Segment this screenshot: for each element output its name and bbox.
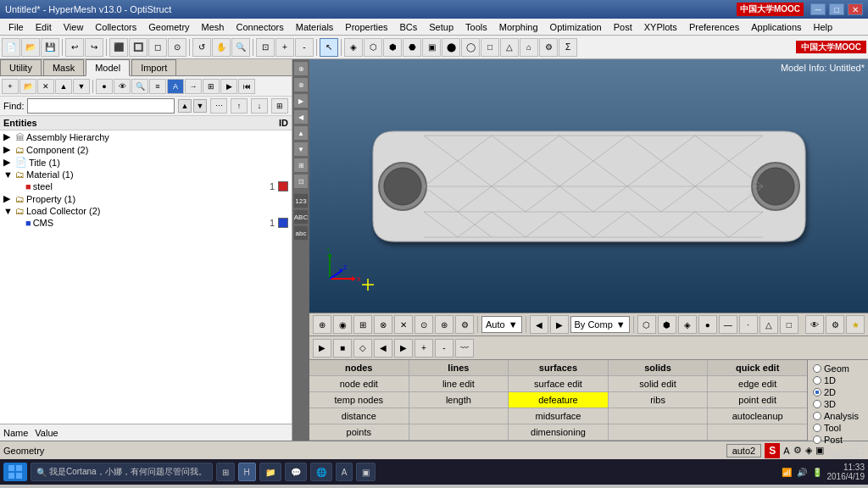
menu-geometry[interactable]: Geometry (143, 21, 194, 33)
rotate-btn[interactable]: ↺ (192, 38, 211, 57)
ops-edgeedit[interactable]: edge edit (708, 376, 807, 391)
undo-btn[interactable]: ↩ (65, 38, 84, 57)
stb-open[interactable]: 📂 (19, 79, 36, 94)
start-button[interactable] (3, 463, 27, 481)
bt1-btn1[interactable]: ⊕ (313, 315, 331, 334)
vp-strip-btn8[interactable]: ⊡ (293, 174, 309, 189)
bt1-circle[interactable]: ● (698, 315, 717, 334)
expand-assembly[interactable]: ▶ (3, 131, 14, 142)
stb-right[interactable]: ▶ (220, 79, 237, 94)
menu-preferences[interactable]: Preferences (684, 21, 744, 33)
menu-morphing[interactable]: Morphing (494, 21, 543, 33)
bt1-dot[interactable]: · (739, 315, 758, 334)
bt1-btn7[interactable]: ⊛ (435, 315, 453, 334)
bt1-btn5[interactable]: ✕ (394, 315, 413, 334)
ops-nodeedit[interactable]: node edit (309, 376, 409, 391)
taskbar-app-a[interactable]: A (336, 463, 353, 481)
radio-3d[interactable]: 3D (813, 399, 863, 409)
tree-item-property[interactable]: ▶ 🗂 Property (1) (0, 192, 292, 205)
ops-lineedit[interactable]: line edit (409, 376, 509, 391)
radio-tool[interactable]: Tool (813, 423, 863, 433)
tb-misc4[interactable]: ⬣ (403, 38, 421, 57)
fit-btn[interactable]: ⊡ (256, 38, 275, 57)
radio-2d[interactable]: 2D (813, 387, 863, 397)
menu-xyplots[interactable]: XYPlots (639, 21, 682, 33)
bt1-eye2[interactable]: 👁 (805, 315, 824, 334)
tree-item-assembly[interactable]: ▶ 🏛 Assembly Hierarchy (0, 130, 292, 143)
open-btn[interactable]: 📂 (21, 38, 40, 57)
menu-materials[interactable]: Materials (291, 21, 339, 33)
taskbar-msg[interactable]: 💬 (285, 463, 307, 481)
bt1-btn6[interactable]: ⊙ (415, 315, 433, 334)
stb-arrow[interactable]: → (185, 79, 202, 94)
zoomin-btn[interactable]: + (275, 38, 294, 57)
tb-misc8[interactable]: □ (481, 38, 499, 57)
vp-strip-btn11[interactable]: abc (293, 225, 309, 241)
menu-properties[interactable]: Properties (340, 21, 392, 33)
stb-filter[interactable]: ≡ (149, 79, 166, 94)
cursor-btn[interactable]: ↖ (320, 38, 338, 57)
menu-file[interactable]: File (3, 21, 29, 33)
bt1-hex2[interactable]: ⬢ (658, 315, 676, 334)
ops-pointedit[interactable]: point edit (708, 392, 807, 408)
menu-post[interactable]: Post (609, 21, 637, 33)
menu-collectors[interactable]: Collectors (90, 21, 142, 33)
vp-strip-btn10[interactable]: ABC (293, 209, 309, 225)
view-btn3[interactable]: ◻ (148, 38, 167, 57)
close-button[interactable]: ✕ (848, 3, 863, 15)
view-btn4[interactable]: ⊙ (168, 38, 186, 57)
tab-mask[interactable]: Mask (43, 59, 84, 75)
menu-applications[interactable]: Applications (746, 21, 806, 33)
bycomp-dropdown[interactable]: By Comp ▼ (570, 316, 630, 333)
stb-misc[interactable]: ⊞ (203, 79, 220, 94)
bt2-node[interactable]: ◇ (353, 339, 372, 358)
scene-3d[interactable]: Model Info: Untitled* (309, 59, 868, 313)
bt1-btn4[interactable]: ⊗ (374, 315, 392, 334)
ops-solidedit[interactable]: solid edit (609, 376, 709, 391)
new-btn[interactable]: 📄 (2, 38, 20, 57)
ops-surfaceedit[interactable]: surface edit (509, 376, 609, 391)
tb-misc3[interactable]: ⬢ (383, 38, 402, 57)
bt2-plus[interactable]: + (415, 339, 433, 358)
tree-item-cms[interactable]: ■ CMS 1 (10, 217, 292, 229)
vp-strip-btn6[interactable]: ▼ (293, 141, 309, 157)
vp-strip-btn2[interactable]: ⊗ (293, 77, 309, 92)
stb-eye[interactable]: 👁 (114, 79, 131, 94)
find-more[interactable]: ⋯ (210, 98, 227, 114)
stb-delete[interactable]: ✕ (37, 79, 54, 94)
ops-defeature[interactable]: defeature (509, 392, 609, 408)
stb-end[interactable]: ⏮ (238, 79, 255, 94)
taskbar-app-box[interactable]: ▣ (356, 463, 376, 481)
menu-connectors[interactable]: Connectors (231, 21, 288, 33)
ops-length[interactable]: length (409, 392, 509, 408)
tb-misc10[interactable]: ⌂ (520, 38, 538, 57)
tb-misc11[interactable]: ⚙ (539, 38, 558, 57)
tree-item-component[interactable]: ▶ 🗂 Component (2) (0, 143, 292, 156)
vp-strip-btn7[interactable]: ⊞ (293, 158, 309, 173)
ops-tempnodes[interactable]: temp nodes (309, 392, 409, 408)
menu-edit[interactable]: Edit (31, 21, 57, 33)
pan-btn[interactable]: ✋ (212, 38, 231, 57)
bt1-arrow-r[interactable]: ▶ (550, 315, 569, 334)
tree-item-material[interactable]: ▼ 🗂 Material (1) (0, 169, 292, 180)
expand-material[interactable]: ▼ (3, 169, 14, 180)
expand-title[interactable]: ▶ (3, 157, 14, 168)
radio-post[interactable]: Post (813, 435, 863, 445)
tb-misc5[interactable]: ▣ (422, 38, 441, 57)
auto-dropdown[interactable]: Auto ▼ (481, 316, 522, 333)
vp-strip-btn1[interactable]: ⊕ (293, 61, 309, 76)
bt2-wave[interactable]: 〰 (455, 339, 474, 358)
find-up[interactable]: ↑ (231, 98, 248, 114)
tb-misc7[interactable]: ◯ (461, 38, 480, 57)
tree-item-steel[interactable]: ■ steel 1 (10, 180, 292, 192)
ops-midsurface[interactable]: midsurface (509, 408, 609, 424)
find-prev[interactable]: ▲ (178, 99, 192, 113)
stb-down[interactable]: ▼ (73, 79, 90, 94)
taskbar-browser[interactable]: 🌐 (310, 463, 332, 481)
menu-help[interactable]: Help (809, 21, 838, 33)
taskbar-view[interactable]: ⊞ (216, 463, 235, 481)
tab-model[interactable]: Model (86, 59, 130, 76)
bt1-btn2[interactable]: ◉ (333, 315, 352, 334)
taskbar-hypermesh[interactable]: H (238, 463, 256, 481)
find-down[interactable]: ↓ (251, 98, 268, 114)
